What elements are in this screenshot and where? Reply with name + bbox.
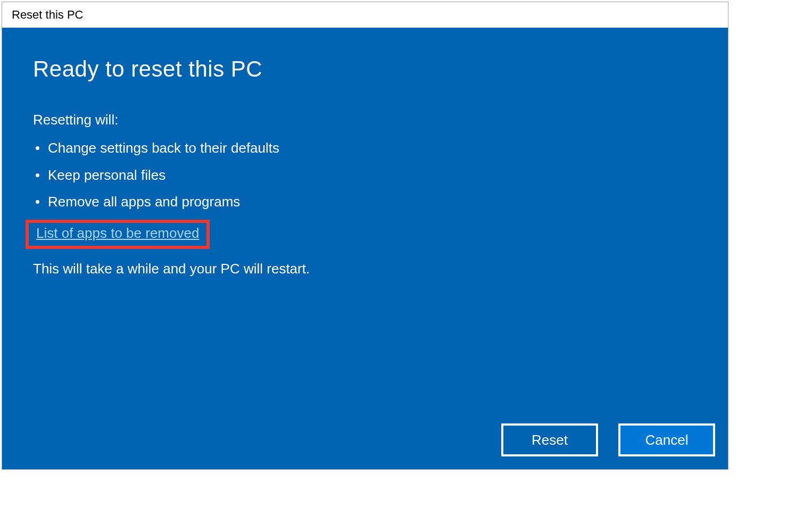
- highlighted-link-box: List of apps to be removed: [26, 220, 210, 249]
- window-title: Reset this PC: [12, 8, 84, 22]
- page-heading: Ready to reset this PC: [33, 56, 697, 82]
- dialog-button-bar: Reset Cancel: [501, 423, 715, 456]
- reset-button[interactable]: Reset: [501, 423, 598, 456]
- dialog-content: Ready to reset this PC Resetting will: C…: [2, 28, 728, 469]
- resetting-will-label: Resetting will:: [33, 112, 697, 128]
- restart-note: This will take a while and your PC will …: [33, 261, 697, 277]
- cancel-button[interactable]: Cancel: [618, 423, 715, 456]
- list-of-apps-link[interactable]: List of apps to be removed: [36, 225, 199, 241]
- list-item: Keep personal files: [33, 162, 697, 189]
- list-item: Change settings back to their defaults: [33, 135, 697, 162]
- reset-actions-list: Change settings back to their defaults K…: [33, 135, 697, 215]
- list-item: Remove all apps and programs: [33, 188, 697, 215]
- titlebar: Reset this PC: [2, 2, 728, 28]
- reset-pc-dialog: Reset this PC Ready to reset this PC Res…: [2, 2, 728, 470]
